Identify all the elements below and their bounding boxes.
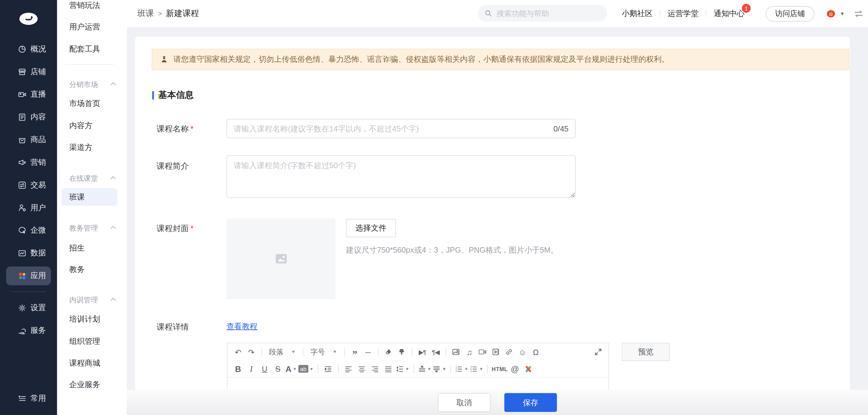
course-intro-textarea[interactable] — [226, 155, 576, 198]
fullscreen-icon[interactable] — [592, 345, 604, 359]
global-search[interactable] — [478, 5, 607, 22]
fontsize-dropdown[interactable]: 字号▼ — [307, 347, 340, 357]
link-notification-center[interactable]: 通知中心1 — [714, 8, 745, 19]
secondary-sidebar: 营销玩法 用户运营 配套工具 分销市场 市场首页 内容方 渠道方 在线课堂 班课… — [57, 0, 127, 415]
ordered-list-icon[interactable]: 123▼ — [455, 362, 468, 376]
background-color-icon[interactable]: ab▼ — [299, 362, 314, 376]
space-below-icon[interactable]: ▼ — [432, 362, 446, 376]
special-char-icon[interactable]: Ω — [530, 345, 542, 359]
preview-button[interactable]: 预览 — [622, 343, 670, 361]
insert-link-icon[interactable] — [503, 345, 515, 359]
underline-icon[interactable]: U — [258, 362, 271, 376]
unordered-list-icon[interactable]: ▼ — [469, 362, 483, 376]
sidebar-item-settings[interactable]: 设置 — [0, 296, 57, 319]
visit-shop-button[interactable]: 访问店铺 — [766, 6, 815, 21]
save-button[interactable]: 保存 — [504, 393, 557, 412]
outdent-first-line-icon[interactable]: ¶◀ — [429, 345, 442, 359]
sidebar-item-data[interactable]: 数据 — [0, 242, 57, 265]
sidebar-item-live[interactable]: 直播 — [0, 83, 57, 106]
submenu-item-org-management[interactable]: 组织管理 — [57, 331, 127, 352]
align-right-icon[interactable] — [369, 362, 381, 376]
html-source-icon[interactable]: HTML — [492, 362, 508, 376]
submenu-item-training-plan[interactable]: 培训计划 — [57, 309, 127, 330]
submenu-item-enrollment[interactable]: 招生 — [57, 237, 127, 258]
cover-upload-placeholder[interactable] — [226, 218, 336, 299]
link-operation-school[interactable]: 运营学堂 — [668, 8, 699, 19]
submenu-item-marketing-play[interactable]: 营销玩法 — [57, 0, 127, 15]
chevron-up-icon — [111, 82, 116, 88]
paragraph-dropdown[interactable]: 段落▼ — [266, 347, 299, 357]
align-left-icon[interactable] — [342, 362, 354, 376]
submenu-section-academic-admin[interactable]: 教务管理 — [57, 218, 127, 239]
redo-icon[interactable]: ↷ — [245, 345, 257, 359]
required-asterisk: * — [190, 125, 193, 133]
submenu-item-course-mall[interactable]: 课程商城 — [57, 352, 127, 373]
chevron-down-icon[interactable]: ▼ — [840, 11, 845, 16]
submenu-item-enterprise-service[interactable]: 企业服务 — [57, 374, 127, 395]
sidebar-item-label: 商品 — [30, 135, 46, 144]
sidebar-item-goods[interactable]: 商品 — [0, 128, 57, 151]
insert-audio-icon[interactable]: ♫ — [463, 345, 475, 359]
format-clear-icon[interactable] — [382, 345, 395, 359]
link-xiaoe-community[interactable]: 小鹅社区 — [622, 8, 653, 19]
submenu-item-channel-provider[interactable]: 渠道方 — [57, 137, 127, 158]
insert-video-file-icon[interactable] — [490, 345, 502, 359]
police-icon — [160, 56, 168, 64]
submenu-item-market-home[interactable]: 市场首页 — [57, 93, 127, 114]
avatar[interactable]: 福 — [824, 7, 838, 20]
switch-account-icon[interactable] — [854, 10, 864, 18]
topbar-divider — [706, 10, 706, 17]
sidebar-item-users[interactable]: 用户 — [0, 196, 57, 219]
submenu-item-academic-affairs[interactable]: 教务 — [57, 259, 127, 280]
sidebar-item-frequent[interactable]: 常用 — [0, 387, 57, 410]
choose-file-button[interactable]: 选择文件 — [346, 219, 396, 237]
align-center-icon[interactable] — [356, 362, 368, 376]
sidebar-item-overview[interactable]: 概况 — [0, 38, 57, 60]
at-search-icon[interactable]: @ — [509, 362, 521, 376]
undo-icon[interactable]: ↶ — [232, 345, 244, 359]
insert-image-icon[interactable] — [450, 345, 462, 359]
strikethrough-icon[interactable]: S — [272, 362, 284, 376]
indent-first-line-icon[interactable]: ▶¶ — [416, 345, 428, 359]
submenu-section-distribution-market[interactable]: 分销市场 — [57, 74, 127, 95]
submenu-item-class-course[interactable]: 班课 — [62, 188, 117, 206]
align-justify-icon[interactable] — [382, 362, 395, 376]
xiaoe-plugin-icon[interactable] — [522, 362, 534, 376]
space-above-icon[interactable]: ▼ — [417, 362, 431, 376]
section-title: 基本信息 — [158, 90, 194, 101]
cancel-button[interactable]: 取消 — [438, 393, 490, 412]
course-name-input[interactable] — [227, 124, 575, 133]
insert-video-icon[interactable] — [476, 345, 489, 359]
form-card: 请您遵守国家相关规定，切勿上传低俗色情、暴力恐怖、谣言诈骗、侵权盗版等相关内容，… — [135, 36, 849, 415]
font-color-icon[interactable]: A▼ — [285, 362, 297, 376]
format-paint-icon[interactable] — [396, 345, 408, 359]
search-input[interactable] — [496, 9, 590, 17]
submenu-section-internal-training[interactable]: 内训管理 — [57, 289, 127, 310]
course-name-field: 0/45 — [226, 119, 576, 138]
sidebar-item-label: 营销 — [30, 157, 46, 167]
sidebar-item-service[interactable]: 服务 — [0, 319, 57, 342]
brand-logo[interactable] — [0, 0, 57, 38]
line-height-icon[interactable]: ▼ — [396, 362, 409, 376]
sidebar-item-content[interactable]: 内容 — [0, 106, 57, 129]
service-icon — [18, 326, 26, 335]
submenu-item-content-provider[interactable]: 内容方 — [57, 115, 127, 136]
indent-icon[interactable] — [322, 362, 334, 376]
submenu-item-user-operation[interactable]: 用户运营 — [57, 16, 127, 37]
submenu-section-online-classroom[interactable]: 在线课堂 — [57, 168, 127, 189]
submenu-item-support-tools[interactable]: 配套工具 — [57, 38, 127, 59]
insert-emoji-icon[interactable]: ☺ — [517, 345, 529, 359]
sidebar-item-marketing[interactable]: 营销 — [0, 151, 57, 174]
notice-text: 请您遵守国家相关规定，切勿上传低俗色情、暴力恐怖、谣言诈骗、侵权盗版等相关内容，… — [173, 55, 669, 65]
bold-icon[interactable]: B — [232, 362, 244, 376]
view-tutorial-link[interactable]: 查看教程 — [226, 322, 257, 332]
horizontal-rule-icon[interactable]: ─ — [362, 345, 374, 359]
sidebar-item-trade[interactable]: 交易 — [0, 174, 57, 196]
italic-icon[interactable]: I — [245, 362, 257, 376]
sidebar-item-apps[interactable]: 应用 — [0, 264, 57, 287]
svg-text:福: 福 — [830, 12, 832, 15]
blockquote-icon[interactable]: ” — [349, 345, 361, 359]
sidebar-item-wecom[interactable]: 企微 — [0, 219, 57, 242]
breadcrumb-parent[interactable]: 班课 — [137, 8, 154, 19]
sidebar-item-shop[interactable]: 店铺 — [0, 60, 57, 83]
